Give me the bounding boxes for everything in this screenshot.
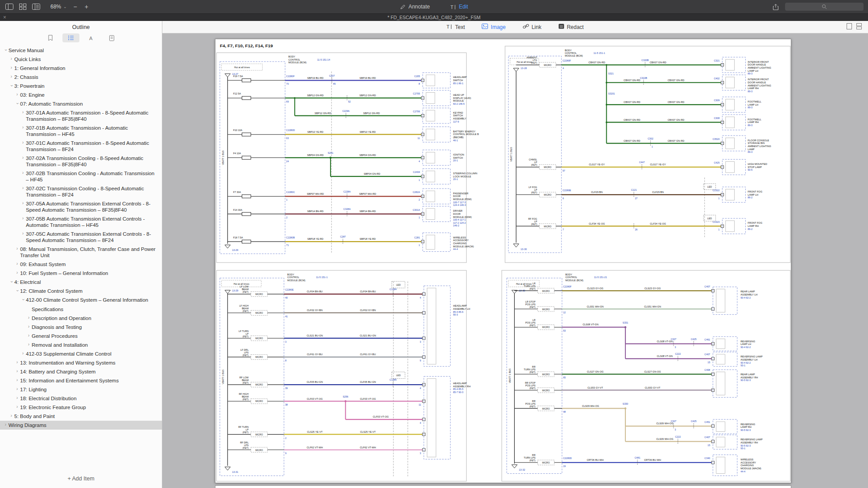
outline-item[interactable]: ›Description and Operation	[0, 314, 162, 323]
chevron-right-icon[interactable]: ›	[20, 201, 26, 213]
outline-item[interactable]: ›307-01B Automatic Transmission - Automa…	[0, 123, 162, 139]
svg-text:CLS51 WH-GN: CLS51 WH-GN	[644, 305, 661, 308]
chevron-right-icon[interactable]: ›	[26, 333, 32, 339]
outline-item[interactable]: ›307-01A Automatic Transmission - 8-Spee…	[0, 108, 162, 123]
continuous-scroll-icon[interactable]	[856, 23, 862, 31]
svg-text:AMBIENT LIGHTING: AMBIENT LIGHTING	[748, 145, 771, 148]
chevron-right-icon[interactable]: ›	[14, 386, 20, 393]
outline-item[interactable]: ›14: Battery and Charging System	[0, 367, 162, 376]
chevron-right-icon[interactable]: ›	[20, 140, 26, 152]
text-tool-button[interactable]: T Text	[446, 24, 465, 31]
chevron-right-icon[interactable]: ›	[20, 216, 26, 228]
chevron-right-icon[interactable]: ›	[20, 170, 26, 183]
outline-item[interactable]: ›412-00 Climate Control System – General…	[0, 295, 162, 304]
outline-item[interactable]: ›307-05A Automatic Transmission External…	[0, 199, 162, 214]
chevron-right-icon[interactable]: ›	[8, 413, 14, 419]
outline-item[interactable]: ›10: Fuel System – General Information	[0, 269, 162, 278]
edit-button[interactable]: T Edit	[451, 4, 468, 10]
chevron-right-icon[interactable]: ›	[8, 56, 14, 62]
chevron-right-icon[interactable]: ›	[14, 246, 20, 258]
outline-item[interactable]: ›1: General Information	[0, 64, 162, 73]
outline-item[interactable]: ›17: Lighting	[0, 385, 162, 394]
chevron-right-icon[interactable]: ›	[14, 270, 20, 276]
outline-item[interactable]: ›307-02A Transmission Cooling - 8-Speed …	[0, 154, 162, 169]
zoom-dropdown[interactable]: 68% ⌄	[50, 4, 67, 10]
pdf-page-next[interactable]	[215, 485, 791, 488]
redact-tool-button[interactable]: Redact	[558, 24, 584, 30]
chevron-right-icon[interactable]: ›	[20, 155, 26, 168]
chevron-down-icon[interactable]: ›	[3, 47, 8, 53]
svg-text:CBX07 GN-RD: CBX07 GN-RD	[668, 119, 684, 121]
tab-annotations-icon[interactable]: A	[83, 33, 100, 42]
tab-bookmarks-icon[interactable]	[42, 33, 59, 42]
chevron-right-icon[interactable]: ›	[20, 125, 26, 137]
outline-item[interactable]: ›13: Instrumentation and Warning Systems	[0, 358, 162, 367]
chevron-right-icon[interactable]: ›	[26, 324, 32, 330]
outline-item[interactable]: ›18: Electrical Distribution	[0, 394, 162, 403]
zoom-out-button[interactable]: −	[73, 3, 78, 10]
search-input[interactable]	[785, 3, 864, 11]
chevron-right-icon[interactable]: ›	[14, 92, 20, 98]
zoom-in-button[interactable]: +	[84, 3, 89, 10]
chevron-right-icon[interactable]: ›	[20, 231, 26, 243]
thumbnails-grid-icon[interactable]	[19, 4, 26, 10]
image-tool-button[interactable]: Image	[482, 24, 505, 30]
chevron-right-icon[interactable]: ›	[14, 377, 20, 384]
chevron-right-icon[interactable]: ›	[14, 369, 20, 375]
outline-item[interactable]: ›15: Information and Entertainment Syste…	[0, 376, 162, 385]
outline-item[interactable]: ›307-02C Transmission Cooling - 8-Speed …	[0, 184, 162, 199]
outline-item[interactable]: ›09: Exhaust System	[0, 260, 162, 269]
tab-thumbnails-icon[interactable]	[103, 33, 120, 42]
sidebar-toggle-icon[interactable]	[5, 4, 13, 10]
outline-item[interactable]: ›Removal and Installation	[0, 340, 162, 349]
outline-item[interactable]: ›307-05C Automatic Transmission External…	[0, 230, 162, 245]
pdf-viewport[interactable]: F4, F7, F10, F12, F14, F19Hot at all tim…	[162, 33, 868, 488]
outline-item[interactable]: ›2: Chassis	[0, 73, 162, 82]
outline-item[interactable]: ›307-05B Automatic Transmission External…	[0, 214, 162, 230]
outline-item[interactable]: ›Wiring Diagrams	[0, 421, 162, 430]
outline-item[interactable]: ›Quick Links	[0, 55, 162, 64]
chevron-right-icon[interactable]: ›	[14, 261, 20, 267]
chevron-right-icon[interactable]: ›	[8, 65, 14, 71]
chevron-right-icon[interactable]: ›	[3, 422, 8, 428]
outline-item[interactable]: ›5: Body and Paint	[0, 412, 162, 421]
close-icon[interactable]: ×	[3, 15, 6, 20]
chevron-down-icon[interactable]: ›	[8, 279, 14, 285]
outline-item[interactable]: Specifications	[0, 305, 162, 314]
outline-item[interactable]: ›12: Climate Control System	[0, 287, 162, 295]
outline-item[interactable]: ›Service Manual	[0, 46, 162, 55]
outline-item[interactable]: ›19: Electronic Feature Group	[0, 403, 162, 412]
tab-outline-icon[interactable]	[62, 33, 79, 42]
chevron-down-icon[interactable]: ›	[14, 101, 20, 107]
svg-text:C451: C451	[704, 421, 710, 423]
outline-item[interactable]: ›3: Powertrain	[0, 82, 162, 90]
chevron-right-icon[interactable]: ›	[14, 360, 20, 366]
chevron-right-icon[interactable]: ›	[14, 395, 20, 402]
outline-item[interactable]: ›4: Electrical	[0, 278, 162, 287]
chevron-right-icon[interactable]: ›	[20, 351, 26, 357]
chevron-right-icon[interactable]: ›	[8, 74, 14, 80]
outline-item[interactable]: ›03: Engine	[0, 90, 162, 99]
chevron-right-icon[interactable]: ›	[20, 110, 26, 122]
pdf-page[interactable]: F4, F7, F10, F12, F14, F19Hot at all tim…	[215, 39, 791, 483]
single-page-view-icon[interactable]	[847, 23, 852, 31]
outline-item[interactable]: ›307-01C Automatic Transmission - 8-Spee…	[0, 139, 162, 154]
chevron-right-icon[interactable]: ›	[20, 185, 26, 198]
chevron-right-icon[interactable]: ›	[26, 315, 32, 321]
outline-item[interactable]: ›Diagnosis and Testing	[0, 323, 162, 332]
annotate-button[interactable]: Annotate	[400, 4, 430, 10]
outline-item[interactable]: ›307-02B Transmission Cooling - Automati…	[0, 169, 162, 184]
outline-item[interactable]: ›General Procedures	[0, 332, 162, 340]
chevron-down-icon[interactable]: ›	[20, 297, 26, 303]
share-icon[interactable]	[773, 4, 779, 10]
add-item-button[interactable]: + Add Item	[0, 471, 162, 488]
chevron-right-icon[interactable]: ›	[26, 342, 32, 348]
chevron-down-icon[interactable]: ›	[8, 83, 14, 89]
outline-item[interactable]: ›08: Manual Transmission, Clutch, Transf…	[0, 245, 162, 260]
chevron-right-icon[interactable]: ›	[14, 404, 20, 410]
split-view-icon[interactable]	[32, 4, 40, 10]
outline-item[interactable]: ›412-03 Supplemental Climate Control	[0, 349, 162, 358]
link-tool-button[interactable]: Link	[523, 24, 541, 30]
outline-item[interactable]: ›07: Automatic Transmission	[0, 99, 162, 108]
chevron-down-icon[interactable]: ›	[14, 288, 20, 294]
